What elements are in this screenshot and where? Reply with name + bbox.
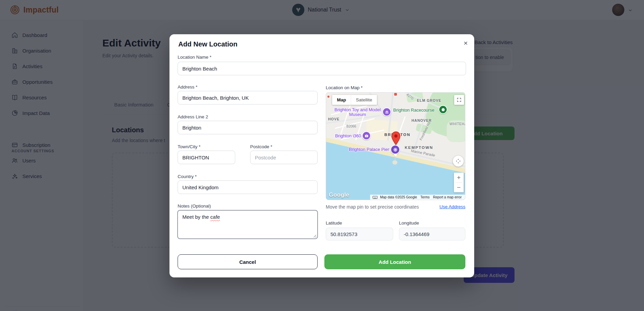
map-canvas[interactable]: ELM GROVE HOVE HANOVER WHITEHAW BRIGHTON… [326, 92, 465, 200]
map-type-satellite-button[interactable]: Satellite [351, 95, 377, 105]
town-city-input[interactable] [178, 151, 235, 164]
location-on-map-label: Location on Map * [326, 85, 363, 90]
keyboard-icon[interactable] [372, 196, 378, 199]
pan-control-icon[interactable] [453, 156, 464, 167]
map-poi-racecourse-label[interactable]: Brighton Racecourse [393, 108, 434, 113]
latitude-input[interactable] [326, 228, 393, 240]
longitude-input[interactable] [399, 228, 465, 240]
location-name-label: Location Name * [178, 55, 212, 60]
address-label: Address * [178, 84, 198, 90]
map-pier-head [393, 160, 397, 164]
close-icon[interactable]: × [460, 38, 471, 48]
cancel-button[interactable]: Cancel [178, 254, 318, 269]
map-data-text: Map data ©2025 Google [378, 195, 419, 199]
use-address-link[interactable]: Use Address [439, 204, 465, 209]
map-report-error-link[interactable]: Report a map error [431, 195, 463, 199]
location-name-input[interactable] [178, 62, 466, 75]
map-poi-museum-icon[interactable] [382, 108, 391, 116]
map-poi-pin-tail [394, 154, 397, 157]
map-poi-racecourse-icon[interactable] [439, 105, 447, 114]
zoom-out-button[interactable]: − [454, 182, 464, 192]
fullscreen-icon[interactable] [454, 95, 464, 105]
modal-title: Add New Location [178, 40, 237, 48]
notes-misspelled-word: cafe [210, 214, 220, 220]
map-red-marker-small [327, 96, 329, 98]
country-label: Country * [178, 174, 197, 179]
map-poi-toy-museum-label[interactable]: Brighton Toy and Model Museum [334, 108, 382, 117]
map-location-pin[interactable] [391, 131, 401, 145]
notes-text: Meet by the [182, 214, 210, 220]
map-red-marker-small [394, 93, 397, 96]
map-type-map-button[interactable]: Map [332, 95, 351, 105]
map-poi-i360-label[interactable]: Brighton i360 [334, 134, 362, 138]
screen: Impactful National Trust Dashbo [0, 0, 644, 311]
map-attribution: Map data ©2025 Google Terms Report a map… [370, 195, 465, 200]
coordinates-hint: Move the map pin to set precise coordina… [326, 204, 419, 210]
map-poi-camera-icon[interactable] [362, 131, 371, 140]
address-line-2-label: Address Line 2 [178, 114, 208, 119]
postcode-input[interactable] [250, 151, 318, 164]
zoom-control: + − [454, 173, 464, 192]
latitude-label: Latitude [326, 220, 342, 226]
add-location-submit-button[interactable]: Add Location [324, 254, 465, 269]
zoom-in-button[interactable]: + [454, 173, 464, 182]
postcode-label: Postcode * [250, 144, 272, 149]
map-roadname-b2066: B2066 [346, 124, 356, 128]
add-new-location-modal: Add New Location × Location Name * Addre… [169, 34, 474, 277]
map-area-whitehawk: WHITEHAW [449, 122, 465, 126]
longitude-label: Longitude [399, 220, 419, 226]
map-area-kemptown: KEMPTOWN [405, 145, 433, 150]
map-area-hove: HOVE [328, 117, 340, 121]
address-line-2-input[interactable] [178, 121, 318, 134]
map-poi-ferris-wheel-icon[interactable] [390, 145, 400, 154]
map-type-control: Map Satellite [332, 95, 377, 105]
address-input[interactable] [178, 91, 318, 104]
town-city-label: Town/City * [178, 144, 201, 149]
notes-textarea[interactable]: Meet by the cafe [177, 210, 318, 239]
map-terms-link[interactable]: Terms [419, 195, 431, 199]
google-logo[interactable]: Google [329, 192, 349, 198]
map-area-elm-grove: ELM GROVE [417, 98, 441, 102]
notes-label: Notes (Optional) [178, 203, 211, 209]
map-poi-palace-pier-label[interactable]: Brighton Palace Pier [346, 147, 389, 152]
country-input[interactable] [178, 180, 318, 194]
